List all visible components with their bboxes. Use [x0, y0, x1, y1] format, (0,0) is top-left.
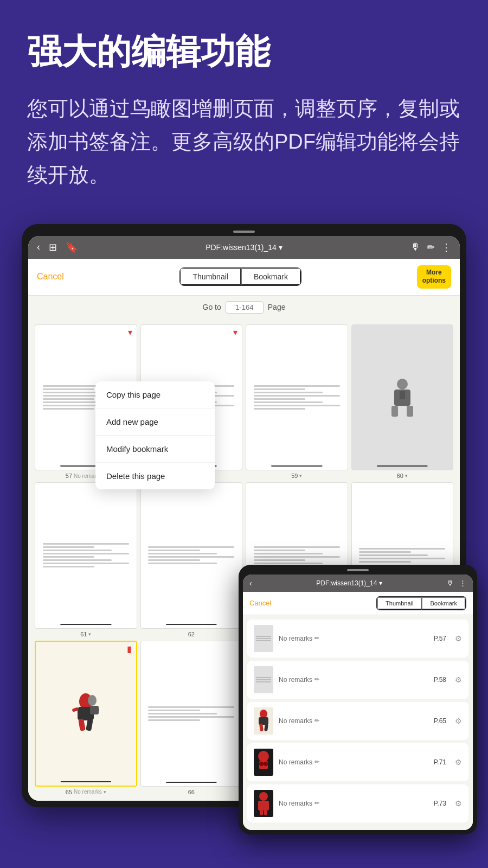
thumb-item-60: 60 ▾ [351, 324, 454, 479]
cancel-button[interactable]: Cancel [37, 272, 64, 282]
sec-more-icon[interactable]: ⋮ [459, 579, 466, 587]
bm-info-65: No remarks ✏ [279, 717, 428, 725]
svg-point-21 [259, 762, 264, 766]
toolbar-title: PDF:wissen13(1)_14 ▾ [206, 243, 282, 252]
svg-rect-26 [260, 809, 263, 815]
bm-page-58: P.58 [434, 676, 446, 684]
secondary-toolbar: ‹ PDF:wissen13(1)_14 ▾ 🎙 ⋮ [243, 575, 473, 592]
svg-point-22 [264, 762, 268, 766]
thumb-label-59: 59 ▾ [291, 473, 302, 479]
device-area: ‹ ⊞ 🔖 PDF:wissen13(1)_14 ▾ 🎙 ✏ ⋮ Cancel [0, 213, 488, 829]
bookmark-item-57[interactable]: No remarks ✏ P.57 ⚙ [247, 620, 468, 658]
bm-info-58: No remarks ✏ [279, 676, 428, 684]
thumb-item-65: ▮ [35, 641, 137, 795]
context-menu: Copy this page Add new page Modify bookm… [95, 381, 215, 489]
goto-label: Go to [203, 303, 221, 311]
bm-thumb-73 [254, 790, 273, 817]
toolbar: ‹ ⊞ 🔖 PDF:wissen13(1)_14 ▾ 🎙 ✏ ⋮ [28, 236, 460, 259]
more-options-button[interactable]: More options [417, 265, 451, 289]
bookmark-icon-58: ▾ [233, 327, 237, 337]
thumb-item-62: 62 [140, 482, 243, 637]
drag-handle [233, 231, 255, 233]
bm-page-73: P.73 [434, 800, 446, 807]
bookmark-item-65[interactable]: No remarks ✏ P.65 ⚙ [247, 702, 468, 740]
bookmark-icon-57: ▾ [128, 327, 132, 337]
hero-title: 强大的编辑功能 [27, 33, 461, 71]
tab-thumbnail[interactable]: Thumbnail [180, 268, 241, 285]
svg-rect-12 [90, 706, 99, 714]
goto-row: Go to Page [28, 296, 460, 319]
bm-thumb-57 [254, 625, 273, 652]
toolbar-left: ‹ ⊞ 🔖 [37, 241, 78, 253]
art-figure-60 [386, 376, 419, 419]
art-figure-65 [69, 691, 102, 737]
tab-group: Thumbnail Bookmark [179, 267, 301, 286]
bookmark-item-58[interactable]: No remarks ✏ P.58 ⚙ [247, 661, 468, 699]
bookmark-list: No remarks ✏ P.57 ⚙ No remarks ✏ P.58 ⚙ [243, 615, 473, 830]
thumb-label-61: 61 ▾ [80, 631, 91, 637]
more-icon[interactable]: ⋮ [441, 241, 451, 253]
secondary-tab-group: Thumbnail Bookmark [376, 596, 466, 610]
thumb-card-59[interactable] [246, 324, 348, 470]
toolbar-right: 🎙 ✏ ⋮ [410, 241, 451, 253]
thumb-label-65: 65 No remarks ▾ [66, 789, 106, 795]
thumb-item-61: 61 ▾ [35, 482, 137, 637]
thumb-card-61[interactable] [35, 482, 137, 628]
thumb-card-65[interactable]: ▮ [35, 641, 137, 787]
svg-rect-3 [407, 406, 413, 417]
bm-settings-57[interactable]: ⚙ [455, 634, 462, 643]
secondary-tablet: ‹ PDF:wissen13(1)_14 ▾ 🎙 ⋮ Cancel Thumbn… [239, 565, 477, 834]
bm-page-57: P.57 [434, 635, 446, 642]
menu-item-delete[interactable]: Delete this page [95, 463, 215, 489]
bm-thumb-58 [254, 666, 273, 693]
svg-rect-4 [400, 391, 405, 399]
back-icon[interactable]: ‹ [37, 241, 40, 253]
thumb-label-60: 60 ▾ [397, 473, 408, 479]
sec-mic-icon[interactable]: 🎙 [447, 579, 454, 587]
thumb-card-60[interactable] [351, 324, 454, 470]
pen-icon[interactable]: ✏ [427, 241, 435, 253]
svg-point-11 [88, 695, 97, 706]
bm-thumb-65 [254, 707, 273, 735]
sec-cancel-button[interactable]: Cancel [249, 599, 271, 607]
menu-item-add[interactable]: Add new page [95, 409, 215, 436]
bm-page-65: P.65 [434, 717, 446, 725]
page-input[interactable] [226, 301, 264, 314]
menu-item-copy[interactable]: Copy this page [95, 381, 215, 409]
panel-header: Cancel Thumbnail Bookmark More options [28, 259, 460, 296]
hero-section: 强大的编辑功能 您可以通过鸟瞰图增删页面，调整页序，复制或添加书签备注。更多高级… [0, 0, 488, 213]
svg-rect-2 [391, 406, 398, 417]
bm-thumb-71 [254, 749, 273, 776]
mic-icon[interactable]: 🎙 [410, 241, 420, 253]
thumb-card-62[interactable] [140, 482, 243, 628]
menu-item-bookmark[interactable]: Modify bookmark [95, 436, 215, 463]
bm-info-71: No remarks ✏ [279, 758, 428, 766]
page-suffix: Page [268, 303, 286, 311]
thumb-label-62: 62 [188, 631, 195, 637]
bookmark-item-73[interactable]: No remarks ✏ P.73 ⚙ [247, 784, 468, 822]
bm-settings-73[interactable]: ⚙ [455, 799, 462, 808]
hero-description: 您可以通过鸟瞰图增删页面，调整页序，复制或添加书签备注。更多高级的PDF编辑功能… [27, 92, 461, 191]
bm-page-71: P.71 [434, 758, 446, 766]
svg-rect-15 [259, 717, 268, 725]
bookmark-icon[interactable]: 🔖 [66, 241, 78, 253]
sec-tab-bookmark[interactable]: Bookmark [421, 597, 466, 610]
bm-settings-65[interactable]: ⚙ [455, 717, 462, 725]
thumb-item-59: 59 ▾ [246, 324, 348, 479]
bm-settings-58[interactable]: ⚙ [455, 675, 462, 684]
bm-info-73: No remarks ✏ [279, 800, 428, 807]
bm-info-57: No remarks ✏ [279, 635, 428, 642]
thumb-card-66[interactable] [140, 641, 243, 787]
sec-tab-thumbnail[interactable]: Thumbnail [377, 597, 421, 610]
svg-rect-25 [258, 801, 269, 810]
thumb-item-66: 66 [140, 641, 243, 795]
thumb-label-66: 66 [188, 789, 195, 795]
sec-drag-handle [347, 569, 369, 571]
sec-back-icon[interactable]: ‹ [249, 579, 252, 588]
svg-point-24 [259, 792, 268, 801]
bm-settings-71[interactable]: ⚙ [455, 758, 462, 767]
bookmark-item-71[interactable]: No remarks ✏ P.71 ⚙ [247, 743, 468, 781]
grid-icon[interactable]: ⊞ [49, 241, 57, 253]
svg-point-19 [258, 751, 269, 762]
tab-bookmark[interactable]: Bookmark [241, 268, 301, 285]
